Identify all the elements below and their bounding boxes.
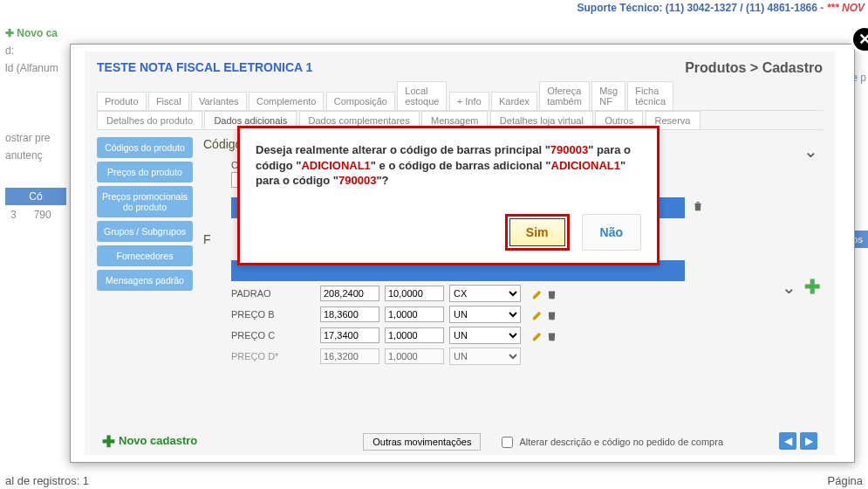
chevron-down-icon[interactable]: ⌄ [803, 141, 823, 160]
price-row-padrao: PADRAO CX [231, 283, 823, 304]
price-v1-input[interactable] [320, 306, 379, 322]
add-preco-icon[interactable]: ✚ [802, 277, 823, 298]
tab-composicao[interactable]: Composição [326, 92, 395, 110]
tab-detalhesproduto[interactable]: Detalhes do produto [97, 111, 202, 129]
price-v1-input[interactable] [320, 327, 379, 343]
page-next-icon[interactable]: ▶ [800, 432, 817, 450]
price-v1-input[interactable] [320, 348, 379, 364]
price-v2-input[interactable] [385, 306, 444, 322]
trash-icon[interactable] [545, 329, 558, 342]
outras-movimentacoes-button[interactable]: Outras movimentações [363, 433, 481, 451]
price-row-d: PREÇO D* UN [231, 346, 823, 367]
sim-button[interactable]: Sim [509, 218, 565, 246]
price-row-c: PREÇO C UN [231, 325, 823, 346]
sidebar-fornecedores[interactable]: Fornecedores [97, 245, 193, 266]
tab-complemento[interactable]: Complemento [249, 92, 324, 110]
chevron-down-icon-2[interactable]: ⌄ [782, 277, 796, 298]
modal-footer: ✚Novo cadastro Outras movimentações Alte… [97, 432, 823, 451]
tab-kardex[interactable]: Kardex [491, 92, 537, 110]
trash-icon[interactable] [545, 308, 558, 321]
price-row-b: PREÇO B UN [231, 304, 823, 325]
pager: ◀ ▶ [779, 432, 817, 450]
confirm-dialog: Deseja realmente alterar o código de bar… [237, 126, 660, 265]
chk-label-text: Alterar descrição e código no pedido de … [519, 437, 723, 447]
price-name: PREÇO D* [231, 351, 315, 362]
tab-produto[interactable]: Produto [97, 92, 147, 110]
modal-title: TESTE NOTA FISCAL ELETRONICA 1 [97, 60, 312, 74]
confirm-message: Deseja realmente alterar o código de bar… [256, 142, 641, 189]
novo-cadastro-button[interactable]: ✚Novo cadastro [102, 432, 197, 451]
tabs-row-1: Produto Fiscal Variantes Complemento Com… [97, 81, 823, 111]
price-v2-input[interactable] [385, 327, 444, 343]
tab-fichatecnica[interactable]: Ficha técnica [627, 81, 673, 110]
sidebar-mensagens[interactable]: Mensagens padrão [97, 270, 193, 291]
price-v2-input[interactable] [385, 348, 444, 364]
trash-icon[interactable] [545, 287, 558, 300]
sidebar-codigos[interactable]: Códigos do produto [97, 137, 193, 158]
price-v2-input[interactable] [385, 286, 444, 301]
tab-localestoque[interactable]: Local estoque [397, 81, 447, 110]
price-unit-select[interactable]: UN [449, 306, 521, 323]
alterar-descricao-checkbox[interactable] [502, 437, 513, 448]
section-f-title: F [203, 232, 211, 246]
price-name: PREÇO B [231, 309, 315, 320]
price-unit-select[interactable]: CX [449, 285, 521, 302]
alterar-descricao-checkbox-label[interactable]: Alterar descrição e código no pedido de … [498, 434, 723, 451]
price-table: PADRAO CX PREÇO B UN [231, 283, 823, 367]
tab-fiscal[interactable]: Fiscal [148, 92, 189, 110]
tab-ofereca[interactable]: Ofereça também [539, 81, 590, 110]
price-unit-select[interactable]: UN [449, 327, 521, 344]
price-name: PREÇO C [231, 330, 315, 341]
sidebar-precos[interactable]: Preços do produto [97, 162, 193, 183]
edit-icon[interactable] [531, 308, 544, 321]
trash-icon[interactable] [692, 199, 704, 213]
tab-info[interactable]: + Info [449, 92, 489, 110]
edit-icon[interactable] [531, 329, 544, 342]
breadcrumb: Produtos > Cadastro [685, 60, 823, 76]
page-prev-icon[interactable]: ◀ [779, 432, 796, 450]
sidebar-precospromo[interactable]: Preços promocionais do produto [97, 186, 193, 217]
tab-msgnf[interactable]: Msg NF [591, 81, 625, 110]
tab-variantes[interactable]: Variantes [191, 92, 247, 110]
close-icon[interactable]: ✕ [851, 25, 868, 53]
sidebar-grupos[interactable]: Grupos / Subgrupos [97, 221, 193, 242]
sim-button-highlight: Sim [505, 214, 570, 251]
nao-button[interactable]: Não [582, 214, 641, 251]
record-count: al de registros: 1 [5, 474, 89, 487]
page-label: Página [828, 474, 863, 487]
price-unit-select[interactable]: UN [449, 348, 521, 365]
edit-icon[interactable] [531, 287, 544, 300]
status-bar: al de registros: 1 Página [0, 474, 868, 487]
price-v1-input[interactable] [320, 286, 379, 301]
sidebar: Códigos do produto Preços do produto Pre… [97, 137, 193, 425]
price-name: PADRAO [231, 288, 315, 299]
